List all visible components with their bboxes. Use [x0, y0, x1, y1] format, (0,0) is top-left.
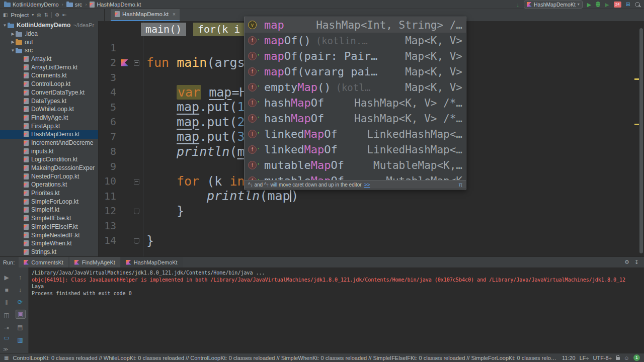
events-badge[interactable]: 24	[614, 2, 621, 8]
tree-arrow-icon[interactable]: ▼	[2, 23, 8, 28]
fold-marker[interactable]	[134, 238, 139, 244]
completion-item[interactable]: fʼmutableMapOfMutableMap<K	[245, 173, 466, 180]
caret-position[interactable]: 11:20	[562, 355, 576, 361]
project-panel-title[interactable]: Project	[11, 12, 29, 18]
tree-item[interactable]: Comments.kt	[0, 71, 98, 80]
completion-item[interactable]: fʼhashMapOfHashMap<K, V> /*…	[245, 95, 466, 111]
hide-tool-window-icon[interactable]: ↧	[634, 259, 639, 265]
tree-item[interactable]: DataTypes.kt	[0, 97, 98, 105]
tree-item[interactable]: SimpleIfElse.kt	[0, 214, 98, 223]
completion-item[interactable]: fʼhashMapOfHashMap<K, V> /*…	[245, 111, 466, 126]
completion-item[interactable]: fʼmutableMapOfMutableMap<K,…	[245, 157, 466, 173]
locate-file-icon[interactable]: ◎	[37, 12, 41, 18]
stop-button[interactable]: ■	[2, 286, 11, 294]
tree-item[interactable]: ▶.idea	[0, 30, 98, 38]
run-with-coverage-button[interactable]: ▶	[605, 2, 609, 8]
soft-wrap-icon[interactable]: ▣	[16, 310, 26, 319]
completion-item[interactable]: fʼemptyMap()(kotl…Map<K, V>	[245, 79, 466, 95]
file-encoding[interactable]: UTF-8÷	[593, 355, 612, 361]
readonly-lock-icon[interactable]	[616, 357, 620, 360]
tree-item[interactable]: SimpleNestedIF.kt	[0, 231, 98, 239]
editor-tab[interactable]: HashMapDemo.kt ×	[111, 8, 180, 21]
completion-return-type: Map<K, V>	[405, 66, 462, 78]
down-stack-icon[interactable]: ↓	[16, 286, 25, 294]
tree-item[interactable]: Strings.kt	[0, 248, 98, 256]
more-icon[interactable]: ≫	[3, 346, 8, 352]
code-line[interactable]: 12}	[98, 204, 644, 219]
editor-scrollbar[interactable]	[639, 28, 643, 253]
hector-inspections-icon[interactable]: ☺	[624, 355, 629, 361]
line-separator[interactable]: LF÷	[580, 355, 589, 361]
settings-gear-icon[interactable]: ⚙	[624, 259, 629, 265]
tree-item[interactable]: Priorites.kt	[0, 189, 98, 198]
tree-item[interactable]: SimpleWhen.kt	[0, 239, 98, 248]
run-config-selector[interactable]: HashMapDemoKt ▾	[524, 1, 583, 9]
tree-item[interactable]: inputs.kt	[0, 147, 98, 155]
tree-item[interactable]: Array.kt	[0, 55, 98, 63]
tree-item[interactable]: SimpleIFElseIF.kt	[0, 223, 98, 231]
tree-item[interactable]: SimpleForLoop.kt	[0, 197, 98, 206]
dump-threads-icon[interactable]: ◫	[2, 311, 11, 319]
completion-item[interactable]: fʼmapOf(vararg pai…Map<K, V>	[245, 64, 466, 79]
breadcrumb-item[interactable]: KotlinUdemyDemo	[4, 2, 59, 8]
breadcrumb-item[interactable]: HashMapDemo.kt	[90, 2, 141, 8]
hide-panel-icon[interactable]: ⇤	[62, 12, 66, 18]
tree-item[interactable]: Operations.kt	[0, 180, 98, 189]
rerun-button[interactable]: ▶	[2, 274, 11, 282]
tree-item[interactable]: HashMapDemo.kt	[0, 130, 98, 139]
tree-item[interactable]: ▼src	[0, 46, 98, 55]
print-icon[interactable]: ▤	[16, 323, 25, 331]
fold-marker[interactable]	[134, 60, 139, 66]
tree-arrow-icon[interactable]: ▼	[10, 48, 16, 53]
completion-item[interactable]: fʼlinkedMapOfLinkedHashMap<…	[245, 142, 466, 157]
restore-layout-icon[interactable]: ⟳	[16, 298, 25, 306]
tree-arrow-icon[interactable]: ▶	[10, 32, 16, 36]
completion-item[interactable]: fʼmapOf()(kotlin.…Map<K, V>	[245, 33, 466, 48]
vcs-update-icon[interactable]: ↓	[516, 2, 519, 8]
tree-item[interactable]: NestedForLoop.kt	[0, 172, 98, 180]
clear-console-icon[interactable]: ▥	[16, 336, 25, 344]
close-icon[interactable]: ×	[173, 12, 176, 17]
settings-gear-icon[interactable]: ⚙	[55, 12, 59, 18]
tree-item[interactable]: IncrementAndDecreme	[0, 139, 98, 147]
tree-item[interactable]: ConvertDataType.kt	[0, 88, 98, 97]
monitor-icon[interactable]: ▭	[2, 334, 11, 342]
search-icon[interactable]	[635, 2, 640, 7]
project-panel-icon[interactable]: ◧	[3, 12, 8, 18]
tree-item[interactable]: ControlLoop.kt	[0, 80, 98, 88]
completion-item[interactable]: fʼlinkedMapOfLinkedHashMap<…	[245, 126, 466, 142]
run-tab[interactable]: CommentsKt	[19, 257, 68, 267]
layout-icon[interactable]: ⊞	[626, 1, 630, 8]
code-line[interactable]: 11println(map)	[98, 189, 644, 204]
tree-item[interactable]: MakeingDesssionExper	[0, 164, 98, 172]
exit-icon[interactable]: ⇥	[2, 324, 11, 332]
tree-item[interactable]: FindMyAge.kt	[0, 114, 98, 122]
tree-item[interactable]: ▶out	[0, 38, 98, 46]
debug-button[interactable]	[596, 2, 600, 7]
tree-item[interactable]: SimpleIf.kt	[0, 206, 98, 214]
run-tab[interactable]: HashMapDemoKt	[121, 257, 183, 267]
pause-output-button[interactable]: ‖	[2, 299, 11, 307]
tree-item[interactable]: DoWhileLoop.kt	[0, 105, 98, 114]
tree-item[interactable]: FirstApp.kt	[0, 122, 98, 130]
tool-windows-icon[interactable]: ▦	[4, 355, 9, 360]
collapse-all-icon[interactable]: ⇅	[44, 12, 48, 18]
hint-more-link[interactable]: >>	[364, 182, 370, 188]
tree-item[interactable]: ArrayListDemo.kt	[0, 63, 98, 71]
code-line[interactable]: 13	[98, 218, 644, 233]
breadcrumb-item[interactable]: src	[66, 2, 83, 8]
run-tab[interactable]: FindMyAgeKt	[69, 257, 120, 267]
tree-item[interactable]: LogicCondition.kt	[0, 155, 98, 164]
fold-marker[interactable]	[134, 179, 139, 185]
up-stack-icon[interactable]: ↑	[16, 274, 25, 282]
tree-item[interactable]: ▼KotlinUdemyDemo~/IdeaPr	[0, 21, 98, 30]
completion-item[interactable]: fʼmapOf(pair: Pair…Map<K, V>	[245, 48, 466, 64]
completion-item[interactable]: vmapHashMap<Int, String> /…	[245, 17, 466, 33]
tree-arrow-icon[interactable]: ▶	[10, 40, 16, 44]
fold-marker[interactable]	[134, 209, 139, 214]
code-line[interactable]: 14}	[98, 233, 644, 248]
run-button[interactable]: ▶	[587, 2, 591, 8]
kotlin-run-icon[interactable]	[121, 59, 128, 66]
notification-badge[interactable]: 1	[633, 354, 640, 361]
console-output[interactable]: /Library/Java/JavaVirtualMachines/jdk1.8…	[29, 267, 644, 354]
